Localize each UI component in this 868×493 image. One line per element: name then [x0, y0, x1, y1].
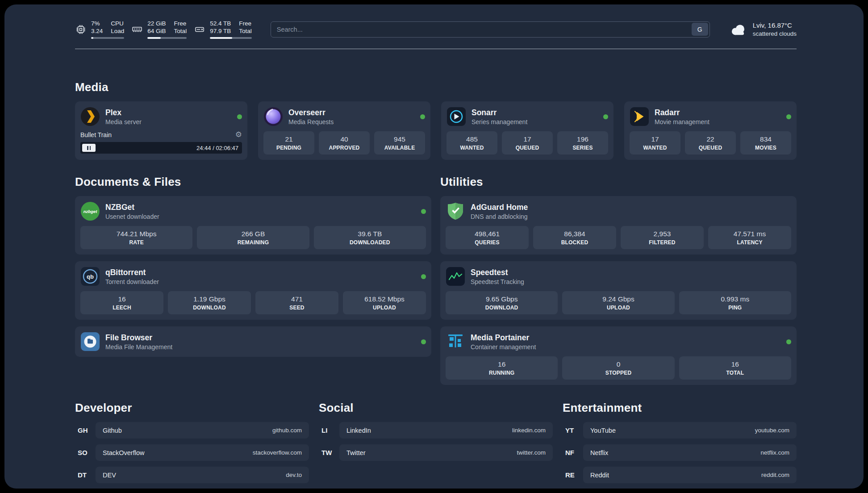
search-input[interactable] — [271, 26, 692, 33]
stat-latency: 47.571 ms LATENCY — [708, 226, 791, 249]
cpu-bar — [91, 37, 124, 39]
filebrowser-card[interactable]: File Browser Media File Management — [75, 326, 431, 357]
stat-download: 9.65 Gbps DOWNLOAD — [446, 291, 558, 314]
bookmark-link[interactable]: LinkedIn linkedin.com — [339, 422, 553, 439]
stat-rate: 744.21 Mbps RATE — [80, 226, 192, 249]
bookmark-link[interactable]: StackOverflow stackoverflow.com — [96, 444, 309, 461]
stat-queued: 22 QUEUED — [685, 131, 736, 155]
app-name: Media Portainer — [471, 333, 536, 343]
overseerr-card[interactable]: Overseerr Media Requests 21 PENDING 40 A… — [258, 101, 430, 160]
speedtest-icon — [446, 267, 465, 286]
portainer-card[interactable]: Media Portainer Container management 16 … — [440, 326, 797, 385]
speedtest-card[interactable]: Speedtest Speedtest Tracking 9.65 Gbps D… — [440, 261, 797, 320]
disk-labels: FreeTotal — [239, 20, 252, 35]
plex-now-playing: Bullet Train ⚙ 24:44 / 02:06:47 — [80, 131, 242, 154]
stat-approved: 40 APPROVED — [319, 131, 370, 155]
ram-metric: 22 GiB64 GiB FreeTotal — [131, 20, 187, 39]
radarr-icon — [630, 107, 649, 126]
stat-ping: 0.993 ms PING — [679, 291, 791, 314]
app-name: Radarr — [655, 108, 709, 117]
bookmark-abbr: YT — [563, 426, 583, 434]
pause-button[interactable] — [82, 144, 96, 152]
stat-remaining: 266 GB REMAINING — [197, 226, 309, 249]
section-title-entertainment: Entertainment — [563, 401, 797, 415]
nzbget-icon: nzbget — [80, 201, 100, 221]
adguard-card[interactable]: AdGuard Home DNS and adblocking 498,461 … — [440, 196, 797, 255]
app-description: Media server — [105, 118, 142, 125]
stat-available: 945 AVAILABLE — [374, 131, 425, 155]
adguard-icon — [446, 201, 465, 221]
playback-bar[interactable]: 24:44 / 02:06:47 — [80, 142, 242, 154]
app-name: Sonarr — [472, 108, 527, 117]
app-description: Movie management — [655, 118, 709, 125]
app-name: NZBGet — [105, 203, 159, 212]
bookmark-abbr: RE — [563, 471, 583, 479]
bookmark-link[interactable]: Github github.com — [96, 422, 309, 439]
section-title-social: Social — [319, 401, 553, 415]
bookmark-youtube: YT YouTube youtube.com — [563, 422, 797, 439]
stat-wanted: 485 WANTED — [447, 131, 497, 155]
radarr-card[interactable]: Radarr Movie management 17 WANTED 22 QUE… — [624, 101, 797, 160]
search-engine-button[interactable]: G — [692, 23, 708, 36]
status-dot — [786, 114, 791, 119]
bookmark-abbr: GH — [75, 426, 96, 434]
stat-pending: 21 PENDING — [263, 131, 314, 155]
weather-location: Lviv, 16.87°C — [753, 21, 797, 29]
section-title-documents: Documents & Files — [75, 175, 431, 189]
bookmark-stackoverflow: SO StackOverflow stackoverflow.com — [75, 444, 309, 461]
cpu-icon — [75, 24, 87, 35]
nzbget-card[interactable]: nzbget NZBGet Usenet downloader 74 — [75, 196, 431, 255]
plex-icon — [80, 107, 100, 126]
stat-stopped: 0 STOPPED — [562, 356, 674, 380]
bookmark-twitter: TW Twitter twitter.com — [319, 444, 553, 461]
stat-queries: 498,461 QUERIES — [446, 226, 529, 249]
disk-icon — [194, 24, 205, 35]
plex-card[interactable]: Plex Media server Bullet Train ⚙ 24:44 /… — [75, 101, 247, 160]
qbittorrent-card[interactable]: qb qBittorrent Torrent downloader — [75, 261, 431, 320]
stat-movies: 834 MOVIES — [740, 131, 791, 155]
section-title-media: Media — [75, 80, 797, 94]
section-title-utilities: Utilities — [440, 175, 797, 189]
app-description: DNS and adblocking — [471, 213, 528, 220]
bookmark-github: GH Github github.com — [75, 422, 309, 439]
app-description: Media File Management — [105, 343, 172, 351]
app-name: Overseerr — [288, 108, 334, 117]
stat-filtered: 2,953 FILTERED — [621, 226, 704, 249]
app-name: Plex — [105, 108, 142, 117]
stat-seed: 471 SEED — [255, 291, 338, 314]
bookmark-dev: DT DEV dev.to — [75, 467, 309, 483]
bookmark-link[interactable]: Netflix netflix.com — [583, 444, 797, 461]
section-documents: Documents & Files nzbget — [75, 175, 431, 357]
bookmark-link[interactable]: Twitter twitter.com — [339, 444, 553, 461]
qbittorrent-icon: qb — [80, 267, 100, 286]
bookmark-link[interactable]: Reddit reddit.com — [583, 467, 797, 483]
ram-bar — [147, 37, 187, 39]
app-description: Container management — [471, 343, 536, 351]
bookmark-abbr: TW — [319, 449, 339, 456]
sonarr-icon — [447, 107, 466, 126]
bookmark-link[interactable]: YouTube youtube.com — [583, 422, 797, 439]
stat-upload: 9.24 Gbps UPLOAD — [562, 291, 674, 314]
svg-text:qb: qb — [87, 273, 94, 280]
sonarr-card[interactable]: Sonarr Series management 485 WANTED 17 Q… — [441, 101, 613, 160]
bookmark-group-social: Social LI LinkedIn linkedin.com TW Twitt… — [319, 401, 553, 483]
stat-series: 196 SERIES — [557, 131, 608, 155]
overseerr-icon — [263, 107, 283, 126]
stat-upload: 618.52 Mbps UPLOAD — [343, 291, 426, 314]
header-divider — [75, 49, 797, 49]
bookmark-reddit: RE Reddit reddit.com — [563, 467, 797, 483]
status-dot — [603, 114, 608, 119]
gear-icon[interactable]: ⚙ — [235, 131, 242, 138]
stat-wanted: 17 WANTED — [630, 131, 680, 155]
status-dot — [420, 114, 425, 119]
cpu-values: 7%3.24 — [91, 20, 103, 35]
app-description: Media Requests — [288, 118, 334, 125]
app-name: AdGuard Home — [471, 203, 528, 212]
bookmark-group-entertainment: Entertainment YT YouTube youtube.com NF … — [563, 401, 797, 483]
stat-blocked: 86,384 BLOCKED — [533, 226, 616, 249]
app-name: File Browser — [105, 333, 172, 343]
status-dot — [421, 209, 426, 214]
dashboard-panel: 7%3.24 CPULoad — [4, 4, 864, 489]
bookmark-link[interactable]: DEV dev.to — [96, 467, 309, 483]
bookmark-abbr: SO — [75, 449, 96, 456]
